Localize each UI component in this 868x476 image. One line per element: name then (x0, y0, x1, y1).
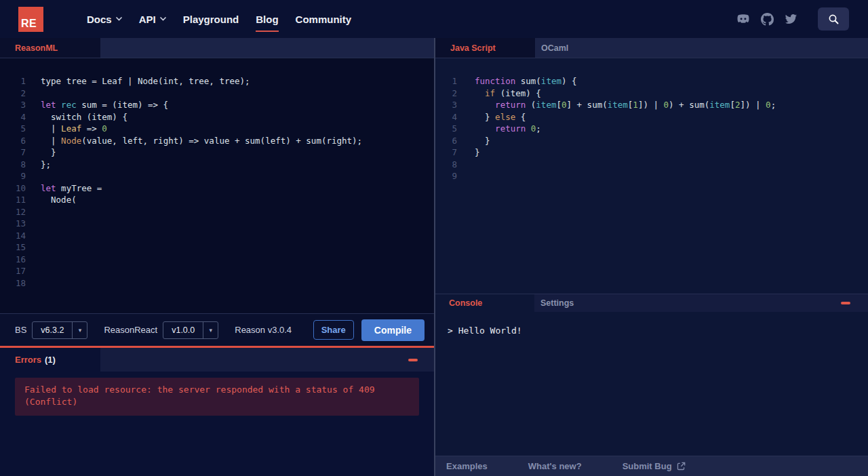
chevron-down-icon (72, 322, 87, 338)
footer-link-whats-new[interactable]: What's new? (528, 461, 582, 471)
compile-button[interactable]: Compile (361, 319, 425, 341)
twitter-link[interactable] (785, 14, 797, 24)
code-line[interactable]: 6 | Node(value, left, right) => value + … (0, 135, 434, 147)
code-text: type tree = Leaf | Node(int, tree, tree)… (41, 75, 250, 87)
line-number: 17 (0, 265, 26, 277)
reason-playground-app: RE Docs API Playground Blog Community (0, 0, 868, 476)
discord-icon (737, 14, 749, 24)
code-text: let rec sum = (item) => { (41, 99, 168, 111)
nav-item-blog[interactable]: Blog (256, 14, 278, 25)
code-text: switch (item) { (41, 111, 127, 123)
code-line[interactable]: 18 (0, 277, 434, 290)
line-number: 3 (0, 99, 26, 111)
output-panel: Java Script OCaml 1function sum(item) {2… (434, 38, 868, 476)
bs-label: BS (15, 325, 26, 335)
tab-ocaml[interactable]: OCaml (535, 38, 589, 58)
reasonreact-version-select[interactable]: v1.0.0 (163, 321, 218, 339)
github-link[interactable] (761, 13, 774, 26)
line-number: 4 (435, 111, 457, 123)
code-line[interactable]: 8 (435, 159, 868, 171)
code-text: } else { (475, 111, 526, 123)
reason-editor[interactable]: 1type tree = Leaf | Node(int, tree, tree… (0, 58, 434, 313)
chevron-down-icon (160, 17, 166, 21)
nav-item-api[interactable]: API (139, 14, 166, 25)
code-line[interactable]: 7} (435, 146, 868, 159)
reason-logo[interactable]: RE (18, 7, 43, 32)
footer-link-label: Submit Bug (623, 461, 672, 471)
nav-item-community[interactable]: Community (296, 14, 352, 25)
reason-version-text: Reason v3.0.4 (235, 325, 292, 335)
line-number: 2 (0, 87, 26, 100)
collapse-errors-icon[interactable] (408, 359, 418, 361)
errors-tabstrip: Errors (1) (0, 348, 434, 372)
tab-errors[interactable]: Errors (1) (0, 348, 100, 372)
code-line[interactable]: 9 (0, 170, 434, 182)
console-output: > Hello World! (435, 312, 868, 456)
line-number: 8 (435, 159, 457, 171)
playground-footer: Examples What's new? Submit Bug (435, 456, 868, 476)
bs-version-select[interactable]: v6.3.2 (32, 321, 87, 339)
tab-settings[interactable]: Settings (534, 294, 594, 312)
line-number: 11 (0, 194, 26, 206)
code-line[interactable]: 17 (0, 265, 434, 277)
code-text: }; (41, 159, 51, 171)
code-line[interactable]: 2 (0, 87, 434, 100)
reason-tabstrip: ReasonML (0, 38, 434, 58)
line-number: 12 (0, 206, 26, 218)
code-line[interactable]: 16 (0, 254, 434, 266)
code-line[interactable]: 11 Node( (0, 194, 434, 206)
main-nav: Docs API Playground Blog Community (87, 14, 351, 25)
console-tabstrip: Console Settings (435, 294, 868, 312)
code-line[interactable]: 3 return (item[0] + sum(item[1]) | 0) + … (435, 99, 868, 111)
code-line[interactable]: 2 if (item) { (435, 87, 868, 100)
code-line[interactable]: 4 } else { (435, 111, 868, 123)
code-line[interactable]: 15 (0, 241, 434, 254)
collapse-console-icon[interactable] (841, 302, 850, 304)
line-number: 18 (0, 277, 26, 290)
chevron-down-icon (203, 322, 218, 338)
line-number: 6 (0, 135, 26, 147)
code-line[interactable]: 3let rec sum = (item) => { (0, 99, 434, 111)
errors-panel: Errors (1) Failed to load resource: the … (0, 348, 434, 476)
reasonreact-version-value: v1.0.0 (163, 325, 203, 335)
code-line[interactable]: 1type tree = Leaf | Node(int, tree, tree… (0, 75, 434, 87)
code-text: } (475, 135, 490, 147)
nav-label: API (139, 14, 156, 25)
line-number: 5 (0, 123, 26, 135)
footer-link-submit-bug[interactable]: Submit Bug (623, 461, 686, 471)
code-line[interactable]: 5 | Leaf => 0 (0, 123, 434, 135)
code-line[interactable]: 5 return 0; (435, 123, 868, 135)
tab-console[interactable]: Console (435, 294, 534, 312)
code-line[interactable]: 10let myTree = (0, 182, 434, 195)
discord-link[interactable] (737, 14, 749, 24)
code-line[interactable]: 13 (0, 218, 434, 230)
footer-link-examples[interactable]: Examples (446, 461, 488, 471)
code-line[interactable]: 6 } (435, 135, 868, 147)
line-number: 16 (0, 254, 26, 266)
code-line[interactable]: 4 switch (item) { (0, 111, 434, 123)
line-number: 8 (0, 159, 26, 171)
code-line[interactable]: 8}; (0, 159, 434, 171)
code-line[interactable]: 9 (435, 170, 868, 182)
share-button[interactable]: Share (313, 320, 354, 340)
twitter-icon (785, 14, 797, 24)
line-number: 1 (435, 75, 457, 87)
line-number: 3 (435, 99, 457, 111)
nav-item-playground[interactable]: Playground (183, 14, 239, 25)
code-line[interactable]: 12 (0, 206, 434, 218)
code-line[interactable]: 1function sum(item) { (435, 75, 868, 87)
line-number: 7 (0, 146, 26, 159)
nav-item-docs[interactable]: Docs (87, 14, 122, 25)
compiler-toolbar: BS v6.3.2 ReasonReact v1.0.0 Reason v3.0… (0, 313, 434, 346)
tab-reasonml[interactable]: ReasonML (0, 38, 100, 58)
line-number: 14 (0, 230, 26, 242)
search-button[interactable] (818, 7, 849, 31)
tab-javascript[interactable]: Java Script (435, 38, 535, 58)
js-output-editor[interactable]: 1function sum(item) {2 if (item) {3 retu… (435, 58, 868, 294)
code-line[interactable]: 14 (0, 230, 434, 242)
code-line[interactable]: 7 } (0, 146, 434, 159)
code-text: } (41, 146, 56, 159)
code-text: } (475, 146, 480, 159)
main-columns: ReasonML 1type tree = Leaf | Node(int, t… (0, 38, 868, 476)
errors-count-badge: (1) (45, 355, 56, 365)
